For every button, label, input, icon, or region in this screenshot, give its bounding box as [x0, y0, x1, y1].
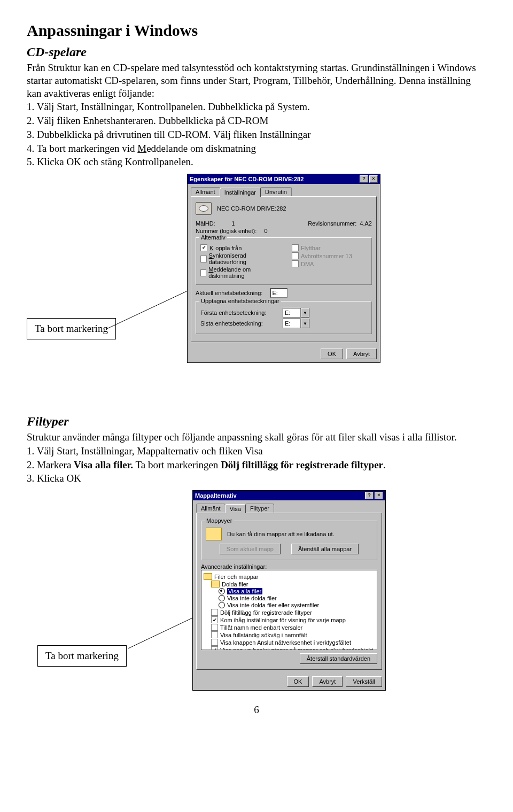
chevron-down-icon[interactable]: ▼ — [301, 308, 309, 318]
chk-avbrott — [292, 252, 299, 259]
group-alternativ: Alternativ Koppla från Synkroniserad dat… — [196, 237, 372, 285]
device-name: NEC CD-ROM DRIVE:282 — [217, 205, 286, 212]
apply-button[interactable]: Verkställ — [346, 676, 382, 687]
help-icon[interactable]: ? — [360, 175, 368, 183]
cdrom-icon — [196, 202, 212, 215]
ok-button-2[interactable]: OK — [287, 676, 309, 687]
close-icon[interactable]: × — [369, 175, 378, 183]
group-reserved: Upptagna enhetsbeteckningar Första enhet… — [196, 301, 372, 334]
radio-visa-inte-sys[interactable] — [219, 602, 225, 608]
cd-step-5: 5. Klicka OK och stäng Kontrollpanelen. — [27, 156, 486, 168]
cd-step-3: 3. Dubbelklicka på drivrutinen till CD-R… — [27, 128, 486, 141]
filt-step-2: 2. Markera Visa alla filer. Ta bort mark… — [27, 459, 486, 471]
tab-visa[interactable]: Visa — [225, 504, 246, 513]
combo-first-drive[interactable]: E:▼ — [283, 308, 309, 318]
tab-drivrutin[interactable]: Drivrutin — [260, 187, 292, 196]
ok-button[interactable]: OK — [321, 349, 343, 359]
filtyper-intro: Struktur använder många filtyper och föl… — [27, 431, 486, 444]
chk-anslut[interactable] — [211, 639, 218, 646]
dialog-mappalternativ: Mappalternativ ? × Allmänt Visa Filtyper… — [192, 490, 386, 691]
cancel-button-2[interactable]: Avbryt — [312, 676, 343, 687]
cd-step-4: 4. Ta bort markeringen vid Meddelande om… — [27, 142, 486, 155]
page-number: 6 — [27, 704, 486, 716]
folder-icon — [204, 573, 212, 580]
adv-label: Avancerade inställningar: — [201, 563, 377, 570]
help-icon[interactable]: ? — [365, 492, 374, 499]
btn-aterstall-std[interactable]: Återställ standardvärden — [300, 653, 377, 664]
current-drive-label: Aktuell enhetsbeteckning: — [196, 290, 262, 296]
radio-visa-inte[interactable] — [219, 595, 225, 601]
tab-allmant[interactable]: Allmänt — [191, 187, 220, 196]
folder-icon — [206, 528, 222, 540]
chk-flyttbar — [292, 244, 299, 251]
btn-aterstall-mappar[interactable]: Återställ alla mappar — [291, 544, 359, 554]
cd-step-2: 2. Välj fliken Enhetshanteraren. Dubbelk… — [27, 114, 486, 127]
chk-synk[interactable] — [200, 256, 207, 262]
screenshot-2-area: Ta bort markering Mappalternativ ? × All… — [27, 490, 486, 688]
current-drive-value: E: — [270, 288, 287, 298]
chk-sokvag[interactable] — [211, 631, 218, 638]
advanced-tree[interactable]: Filer och mappar Dolda filer Visa alla f… — [201, 570, 377, 650]
section-filtyper-title: Filtyper — [27, 414, 486, 429]
chk-dma — [292, 260, 299, 267]
dialog2-titlebar[interactable]: Mappalternativ ? × — [193, 491, 385, 500]
radio-visa-alla[interactable] — [219, 588, 225, 594]
callout-box-1: Ta bort markering — [27, 318, 116, 339]
chk-meddelande[interactable] — [200, 269, 206, 276]
chk-kom-ihag[interactable] — [211, 616, 218, 623]
filt-step-1: 1. Välj Start, Inställningar, Mappaltern… — [27, 445, 486, 458]
folder-icon — [211, 581, 220, 587]
chk-versaler[interactable] — [211, 624, 218, 631]
close-icon[interactable]: × — [375, 492, 383, 499]
tab-allmant-2[interactable]: Allmänt — [196, 504, 226, 513]
dialog-properties: Egenskaper för NEC CD-ROM DRIVE:282 ? × … — [187, 174, 380, 363]
callout-box-2: Ta bort markering — [37, 645, 127, 667]
tab-installningar[interactable]: Inställningar — [220, 188, 261, 197]
page-heading: Anpassningar i Windows — [27, 21, 486, 40]
section-cd-title: CD-spelare — [27, 45, 486, 59]
combo-last-drive[interactable]: E:▼ — [283, 319, 309, 328]
filt-step-3: 3. Klicka OK — [27, 472, 486, 485]
tab-filtyper[interactable]: Filtyper — [245, 504, 274, 513]
chk-popup[interactable] — [211, 646, 218, 650]
cd-step-1: 1. Välj Start, Inställningar, Kontrollpa… — [27, 100, 486, 113]
chk-dolj-filtillagg[interactable] — [211, 609, 218, 616]
screenshot-1-area: Ta bort markering Egenskaper för NEC CD-… — [27, 174, 486, 398]
group-mappvyer: Mappvyer Du kan få dina mappar att se li… — [201, 521, 377, 560]
cancel-button[interactable]: Avbryt — [346, 349, 377, 359]
chk-koppla[interactable] — [200, 244, 207, 251]
tabs: Allmänt Inställningar Drivrutin — [188, 184, 380, 196]
chevron-down-icon[interactable]: ▼ — [301, 319, 309, 328]
cd-intro: Från Struktur kan en CD-spelare med tals… — [27, 61, 486, 99]
dialog-titlebar[interactable]: Egenskaper för NEC CD-ROM DRIVE:282 ? × — [188, 174, 380, 184]
btn-som-aktuell: Som aktuell mapp — [220, 544, 281, 554]
